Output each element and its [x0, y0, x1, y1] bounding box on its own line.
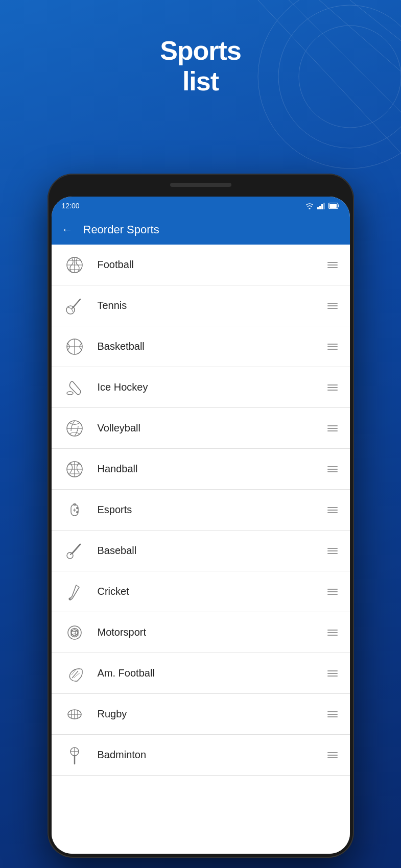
drag-handle-tennis[interactable]	[325, 301, 340, 311]
sport-item-volleyball[interactable]: Volleyball	[52, 408, 350, 449]
svg-rect-9	[321, 204, 323, 209]
sport-name-baseball: Baseball	[98, 545, 325, 557]
svg-line-3	[258, 0, 401, 153]
sport-name-football: Football	[98, 259, 325, 271]
wifi-icon	[305, 202, 314, 209]
svg-point-18	[67, 392, 73, 395]
sport-item-handball[interactable]: Handball	[52, 449, 350, 490]
svg-rect-12	[329, 204, 337, 208]
motorsport-icon	[65, 623, 84, 642]
drag-handle-basketball[interactable]	[325, 342, 340, 352]
sport-name-rugby: Rugby	[98, 708, 325, 720]
svg-line-4	[289, 0, 401, 112]
drag-handle-motorsport[interactable]	[325, 628, 340, 638]
badminton-icon	[65, 745, 84, 765]
svg-point-1	[278, 5, 401, 148]
svg-line-15	[74, 299, 80, 307]
cricket-icon-wrap	[62, 579, 87, 605]
svg-line-6	[350, 0, 401, 41]
sport-item-tennis[interactable]: Tennis	[52, 285, 350, 326]
page-title: Sportslist	[160, 36, 241, 97]
basketball-icon	[65, 337, 84, 356]
cricket-icon	[65, 582, 84, 601]
battery-icon	[328, 203, 340, 209]
drag-handle-badminton[interactable]	[325, 750, 340, 760]
svg-line-5	[319, 0, 401, 71]
sport-name-badminton: Badminton	[98, 749, 325, 761]
ice-hockey-icon	[65, 378, 84, 397]
phone-frame: 12:00	[48, 174, 354, 858]
motorsport-icon-wrap	[62, 620, 87, 645]
signal-icon	[317, 202, 325, 209]
svg-point-25	[76, 507, 77, 508]
rugby-icon-wrap	[62, 702, 87, 727]
svg-line-16	[72, 307, 73, 308]
svg-line-28	[72, 544, 80, 553]
sport-name-ice-hockey: Ice Hockey	[98, 381, 325, 393]
svg-point-32	[72, 630, 78, 636]
drag-handle-volleyball[interactable]	[325, 423, 340, 433]
sport-item-football[interactable]: Football	[52, 245, 350, 285]
svg-rect-8	[319, 206, 321, 209]
sport-item-baseball[interactable]: Baseball	[52, 531, 350, 571]
sport-item-am-football[interactable]: Am. Football	[52, 653, 350, 694]
sport-name-handball: Handball	[98, 463, 325, 475]
drag-handle-rugby[interactable]	[325, 709, 340, 719]
sport-name-am-football: Am. Football	[98, 667, 325, 679]
sport-name-esports: Esports	[98, 504, 325, 516]
app-bar: ← Reorder Sports	[52, 215, 350, 245]
football-icon-wrap	[62, 252, 87, 278]
esports-icon	[65, 500, 84, 520]
drag-handle-cricket[interactable]	[325, 587, 340, 597]
status-icons	[305, 202, 340, 209]
drag-handle-esports[interactable]	[325, 505, 340, 515]
tennis-icon-wrap	[62, 293, 87, 319]
ice-hockey-icon-wrap	[62, 375, 87, 400]
svg-point-0	[258, 0, 401, 168]
basketball-icon-wrap	[62, 334, 87, 359]
sport-item-rugby[interactable]: Rugby	[52, 694, 350, 735]
volleyball-icon-wrap	[62, 416, 87, 441]
svg-rect-10	[323, 203, 325, 209]
sport-item-cricket[interactable]: Cricket	[52, 571, 350, 612]
handball-icon-wrap	[62, 456, 87, 482]
phone-speaker	[170, 183, 231, 187]
sport-name-tennis: Tennis	[98, 300, 325, 311]
sport-item-basketball[interactable]: Basketball	[52, 326, 350, 367]
drag-handle-baseball[interactable]	[325, 546, 340, 556]
baseball-icon-wrap	[62, 538, 87, 564]
sport-name-basketball: Basketball	[98, 341, 325, 352]
badminton-icon-wrap	[62, 742, 87, 768]
drag-handle-am-football[interactable]	[325, 668, 340, 679]
drag-handle-football[interactable]	[325, 260, 340, 270]
am-football-icon-wrap	[62, 661, 87, 686]
football-icon	[65, 255, 84, 275]
sport-item-motorsport[interactable]: Motorsport	[52, 612, 350, 653]
phone-screen: 12:00	[52, 197, 350, 854]
drag-handle-ice-hockey[interactable]	[325, 382, 340, 393]
volleyball-icon	[65, 419, 84, 438]
back-button[interactable]: ←	[62, 223, 73, 236]
sport-name-volleyball: Volleyball	[98, 422, 325, 434]
handball-icon	[65, 460, 84, 479]
svg-point-2	[299, 26, 401, 128]
baseball-icon	[65, 541, 84, 561]
sport-item-esports[interactable]: Esports	[52, 490, 350, 531]
esports-icon-wrap	[62, 497, 87, 523]
rugby-icon	[65, 705, 84, 724]
status-bar: 12:00	[52, 197, 350, 215]
app-bar-title: Reorder Sports	[83, 223, 159, 236]
status-time: 12:00	[62, 202, 80, 210]
svg-point-26	[76, 511, 77, 512]
am-football-icon	[65, 664, 84, 683]
drag-handle-handball[interactable]	[325, 464, 340, 474]
sport-item-badminton[interactable]: Badminton	[52, 735, 350, 776]
svg-rect-7	[317, 207, 319, 209]
sport-name-motorsport: Motorsport	[98, 626, 325, 638]
tennis-icon	[65, 296, 84, 316]
sport-item-ice-hockey[interactable]: Ice Hockey	[52, 367, 350, 408]
svg-line-29	[70, 553, 72, 554]
sports-list: Football Tennis	[52, 245, 350, 854]
sport-name-cricket: Cricket	[98, 586, 325, 597]
